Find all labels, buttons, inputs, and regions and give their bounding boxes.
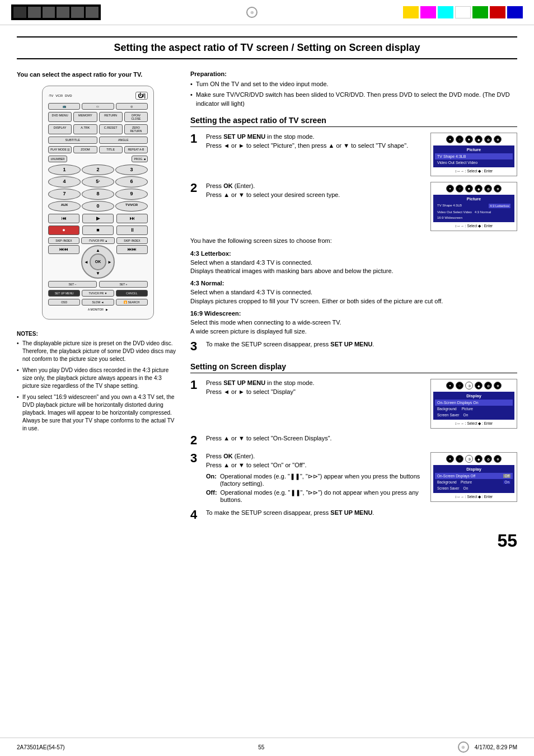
icon-3: ■: [465, 135, 473, 143]
osd1-icon-2: ○: [456, 382, 463, 389]
nav-left[interactable]: ◄: [84, 259, 88, 264]
power-button[interactable]: ⏻/|: [135, 92, 148, 100]
osd1-icon-5: ✿: [484, 382, 492, 389]
icon-2: ○: [456, 135, 463, 143]
icon-6: ❋: [494, 135, 502, 143]
num-0[interactable]: 0: [82, 201, 114, 212]
osd3-icon-4: ◆: [475, 455, 483, 463]
subtitle-btn[interactable]: SUBTITLE: [48, 137, 97, 144]
aspect-step-3-number: 3: [190, 340, 202, 353]
widescreen-desc: Select this mode when connecting to a wi…: [190, 318, 517, 336]
osd-btn[interactable]: OSD: [48, 299, 80, 306]
vcr-label: VCR: [55, 94, 63, 97]
screen-types-intro: You have the following screen sizes to c…: [190, 237, 517, 245]
two-column-layout: You can select the aspect ratio for your…: [17, 71, 517, 551]
color-block-yellow: [403, 6, 419, 18]
c-reset-btn[interactable]: C.RESET: [99, 124, 123, 134]
prog-btn[interactable]: PROG. ■: [132, 156, 148, 162]
ok-btn[interactable]: OK: [90, 253, 106, 270]
zoom-btn[interactable]: ZOOM: [73, 146, 97, 153]
tv-vcr-pr-btn[interactable]: ·TV/VCR PR ▲: [81, 237, 115, 244]
preparation-title: Preparation:: [190, 71, 517, 77]
rec-btn[interactable]: ●: [48, 226, 79, 235]
registration-mark: ⊕: [246, 7, 257, 18]
num-2[interactable]: 2: [82, 165, 114, 176]
skip-index-left[interactable]: SKIP /INDEX: [48, 237, 79, 244]
vcr-btn[interactable]: ▭: [82, 103, 114, 110]
dvd-btn[interactable]: ◎: [116, 103, 148, 110]
osd3-icon-1: ●: [446, 455, 454, 463]
s2-icon-6: ❋: [494, 185, 502, 192]
a-trk-btn[interactable]: A.TRK: [73, 124, 97, 134]
num-6[interactable]: 6: [115, 176, 148, 187]
rew-btn[interactable]: ⏮⏮: [48, 245, 79, 254]
setup-menu-btn[interactable]: SET UP MENU: [48, 290, 80, 297]
prep-item-2: Make sure TV/VCR/DVD switch has been sli…: [190, 91, 517, 108]
play-btn[interactable]: ▶: [82, 214, 114, 223]
return-btn[interactable]: RETURN: [99, 112, 123, 122]
main-content: Setting the aspect ratio of TV screen / …: [0, 25, 534, 562]
zero-return-btn[interactable]: ZERO RETURN: [124, 124, 148, 134]
aspect-step-1: 1 Press SET UP MENU in the stop mode. Pr…: [190, 133, 517, 176]
prev-btn[interactable]: ⏮: [48, 214, 79, 223]
top-bar-center: ⊕: [101, 7, 403, 18]
nav-right[interactable]: ►: [107, 259, 112, 264]
display-btn[interactable]: DISPLAY: [48, 124, 72, 134]
osd3-icon-5: ✿: [484, 455, 492, 463]
angle-btn[interactable]: ANGLE: [99, 137, 148, 144]
page-title: Setting the aspect ratio of TV screen / …: [17, 36, 517, 59]
title-btn[interactable]: TITLE: [99, 146, 123, 153]
stop-btn[interactable]: ■: [82, 226, 114, 235]
off-label: Off:: [206, 489, 217, 503]
step-2-screen: ● ○ ■ ◆ ✿ ❋ Picture TV Shape 4:3LB 4:3 L…: [430, 182, 517, 231]
num-5[interactable]: 5·: [82, 176, 114, 187]
num-7[interactable]: 7: [48, 189, 81, 200]
tv-btn[interactable]: 📺: [48, 103, 80, 110]
set-minus[interactable]: SET –: [48, 281, 97, 288]
memory-btn[interactable]: MEMORY: [73, 112, 97, 122]
play-small: ▶: [106, 308, 108, 311]
tv-vcr-pr-down[interactable]: TV/VCR PR ▼: [82, 290, 114, 297]
num-9[interactable]: 9: [115, 189, 148, 200]
osd-step-3-screen: ● ○ ③ ◆ ✿ ❋ Display On-Screen Displays O…: [430, 452, 517, 502]
num-1[interactable]: 1: [48, 165, 81, 176]
ff-btn[interactable]: ⏭⏭: [116, 245, 148, 254]
off-text: Operational modes (e.g. "❚❚", "⊳⊳") do n…: [221, 489, 426, 503]
cancel-btn[interactable]: CANCEL: [116, 290, 148, 297]
nav-down[interactable]: ▼: [96, 271, 100, 276]
aspect-step-3-text: To make the SETUP screen disappear, pres…: [206, 340, 374, 349]
color-block-cyan: [438, 6, 453, 18]
page-footer: 2A73501AE(54-57) 55 ⊕ 4/17/02, 8:29 PM: [0, 738, 534, 756]
pause-btn[interactable]: ⏸: [116, 226, 148, 235]
dvd-menu-btn[interactable]: DVD MENU: [48, 112, 72, 122]
opon-close-btn[interactable]: OPON/ CLOSE: [124, 112, 148, 122]
osd-step-4-text: To make the SETUP screen disappear, pres…: [206, 509, 374, 517]
s2-icon-1: ●: [446, 185, 454, 192]
play-mode-btn[interactable]: PLAY MODE |||: [48, 146, 72, 153]
tv-label: ·TV: [48, 94, 53, 97]
slow-btn[interactable]: SLOW ◄: [82, 299, 114, 306]
step-2-text: Press OK (Enter). Press ▲ or ▼ to select…: [206, 182, 426, 199]
num-3[interactable]: 3: [115, 165, 148, 176]
num-aux[interactable]: AUX: [48, 201, 81, 212]
s2-icon-5: ✿: [484, 185, 492, 192]
skip-index-right[interactable]: SKIP /INDEX: [116, 237, 148, 244]
prep-item-1: Turn ON the TV and set to the video inpu…: [190, 80, 517, 88]
search-btn[interactable]: ⏫ SEARCH: [116, 299, 148, 306]
num-tv[interactable]: TV/VCR: [115, 201, 148, 212]
preparation-list: Turn ON the TV and set to the video inpu…: [190, 80, 517, 108]
nav-up[interactable]: ▲: [96, 248, 100, 253]
color-block-magenta: [420, 6, 436, 18]
footer-center: 55: [258, 744, 264, 750]
num-8[interactable]: 8: [82, 189, 114, 200]
next-btn[interactable]: ⏭: [116, 214, 148, 223]
normal-desc: Select when a standard 4:3 TV is connect…: [190, 288, 517, 306]
color-block-white: [455, 6, 471, 18]
top-bar-pattern-right: [403, 6, 523, 18]
num-4[interactable]: 4: [48, 176, 81, 187]
repeat-btn[interactable]: REPEAT A-B: [124, 146, 148, 153]
right-column: Preparation: Turn ON the TV and set to t…: [190, 71, 517, 551]
s2-icon-2: ○: [456, 185, 463, 192]
set-plus[interactable]: SET +: [99, 281, 148, 288]
osd-step-3: 3 Press OK (Enter). Press ▲ or ▼ to sele…: [190, 452, 517, 503]
